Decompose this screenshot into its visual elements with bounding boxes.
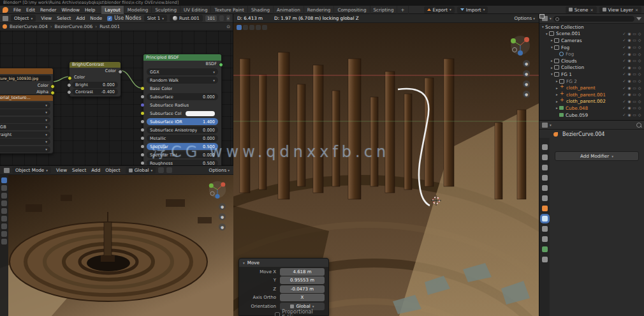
color-output-socket[interactable]: Color [70, 68, 121, 74]
properties-tab[interactable] [542, 195, 548, 201]
menu-item[interactable]: File [11, 7, 24, 13]
selectable-checkbox-icon[interactable]: ✓ [622, 66, 627, 70]
fake-user-shield-icon[interactable] [219, 15, 223, 21]
viewport-disable-icon[interactable]: ▭ [632, 72, 637, 76]
render-disable-icon[interactable]: ◇ [637, 86, 642, 90]
outliner-row[interactable]: ▾ FG 1 ✓◉▭◇ [539, 71, 644, 78]
select-lasso-icon[interactable] [256, 25, 261, 30]
camera-view-icon[interactable]: ● [219, 223, 226, 230]
breadcrumb-item[interactable]: BezierCurve.006 [48, 24, 93, 29]
hide-eye-icon[interactable]: ◉ [627, 66, 632, 70]
navigation-gizmo[interactable] [509, 34, 531, 56]
object-name[interactable]: cloth_parent.001 [566, 92, 622, 98]
object-name[interactable]: FG 2 [566, 79, 622, 84]
object-name[interactable]: Cube.048 [566, 105, 622, 111]
render-disable-icon[interactable]: ◇ [637, 113, 642, 117]
properties-tab[interactable] [542, 144, 548, 150]
selectable-checkbox-icon[interactable]: ✓ [622, 106, 627, 110]
material-selector[interactable]: Rust.001 [170, 15, 203, 22]
workspace-tab[interactable]: + [397, 6, 408, 14]
viewport-menu-item[interactable]: Add [89, 167, 103, 173]
add-cube-tool-icon[interactable] [1, 239, 7, 245]
select-circle-icon[interactable] [249, 25, 254, 30]
value-field[interactable]: X [280, 294, 325, 301]
disclosure-arrow-icon[interactable]: ▸ [555, 86, 559, 90]
selectable-checkbox-icon[interactable]: ✓ [622, 59, 627, 63]
outliner-row[interactable]: ▸ Cube.048 ✓◉▭◇ [539, 105, 644, 112]
viewport-disable-icon[interactable]: ▭ [632, 79, 637, 83]
object-name[interactable]: Cube.059 [566, 112, 622, 118]
node-dropdown[interactable]: ▾ [0, 102, 50, 109]
object-name[interactable]: Cameras [561, 38, 622, 43]
node-number-field[interactable]: Bright0.000 [72, 82, 118, 88]
workspace-tab[interactable]: Rendering [304, 6, 335, 14]
properties-tab[interactable] [542, 226, 548, 232]
hide-eye-icon[interactable]: ◉ [627, 38, 632, 42]
node-dropdown[interactable]: ▾ [0, 146, 50, 153]
node-property-row[interactable]: Base Color▾ [147, 85, 218, 92]
camera-view-icon[interactable]: ● [523, 80, 530, 87]
object-name[interactable]: FG 1 [561, 71, 622, 77]
unlink-material-icon[interactable]: ✕ [226, 15, 230, 21]
snap-magnet-icon[interactable] [158, 167, 164, 173]
texture-settings-node[interactable]: material_texture... ▾▾▾sRGB▾Straight▾▾▾ [0, 94, 54, 154]
value-field[interactable]: -0.0473 m [280, 285, 325, 293]
object-name[interactable]: cloth_parent [566, 85, 622, 91]
properties-tab[interactable] [542, 175, 548, 181]
viewport-disable-icon[interactable]: ▭ [632, 66, 637, 70]
render-disable-icon[interactable]: ◇ [637, 106, 642, 110]
object-name[interactable]: Scene Collection [545, 24, 622, 30]
selectable-checkbox-icon[interactable]: ✓ [622, 52, 627, 56]
node-property-row[interactable]: Roughness0.500▾ [147, 160, 218, 165]
use-nodes-checkbox[interactable]: ✓Use Nodes [107, 15, 142, 21]
properties-tab[interactable] [542, 246, 548, 252]
node-title[interactable]: material_texture... [0, 95, 53, 101]
proportional-edit-icon[interactable] [166, 167, 172, 173]
bsdf-output-socket[interactable]: BSDF [143, 61, 221, 67]
shader-mode-dropdown[interactable]: Object▾ [11, 15, 36, 22]
zoom-icon[interactable]: ● [219, 203, 226, 210]
move-tool-icon[interactable] [1, 193, 7, 199]
selectable-checkbox-icon[interactable]: ✓ [622, 100, 627, 103]
outliner-row[interactable]: Cube.059 ✓◉▭◇ [539, 112, 644, 119]
material-users-count[interactable]: 101 [205, 15, 217, 22]
viewport-disable-icon[interactable]: ▭ [632, 113, 637, 117]
outliner-row[interactable]: ▾ Scene Collection ✓◉▭◇ [539, 24, 644, 31]
properties-tab[interactable] [542, 185, 548, 191]
selectable-checkbox-icon[interactable]: ✓ [622, 113, 627, 117]
outliner-row[interactable]: ▸ cloth_parent.001 ✓◉▭◇ [539, 91, 644, 98]
workspace-tab[interactable]: Modeling [124, 6, 152, 14]
workspace-tab[interactable]: Compositing [334, 6, 370, 14]
filter-icon[interactable] [636, 17, 641, 20]
node-property-row[interactable]: Metallic0.000▾ [147, 135, 218, 142]
workspace-tab[interactable]: Texture Paint [211, 6, 247, 14]
viewport-disable-icon[interactable]: ▭ [632, 100, 637, 103]
chevron-down-icon[interactable]: ▾ [550, 123, 552, 127]
export-button[interactable]: Export▾ [424, 6, 455, 13]
close-icon[interactable]: ✕ [635, 8, 638, 12]
viewport-disable-icon[interactable]: ▭ [632, 93, 637, 96]
rotate-tool-icon[interactable] [1, 200, 7, 206]
tweak-tool-icon[interactable] [237, 25, 242, 30]
collapse-arrow-icon[interactable]: ▾ [243, 261, 245, 265]
render-disable-icon[interactable]: ◇ [637, 93, 642, 96]
ortho-toggle-icon[interactable]: ● [523, 91, 530, 98]
mode-dropdown[interactable]: Object Mode▾ [12, 167, 51, 174]
object-name[interactable]: Clouds [561, 58, 622, 64]
pan-hand-icon[interactable]: ● [523, 70, 530, 77]
proportional-editing-checkbox[interactable]: Proportional Editing [275, 309, 325, 316]
outliner-row[interactable]: ▸ Cameras ✓◉▭◇ [539, 37, 644, 44]
outliner-row[interactable]: ▾ Scene.001 ✓◉▭◇ [539, 31, 644, 38]
close-icon[interactable]: ✕ [590, 8, 594, 12]
outliner-row[interactable]: ▸ cloth_parent.002 ✓◉▭◇ [539, 98, 644, 105]
selectable-checkbox-icon[interactable]: ✓ [622, 32, 627, 36]
node-property-row[interactable]: Subsurface Anisotropy0.000▾ [147, 126, 218, 133]
pan-hand-icon[interactable]: ● [219, 213, 226, 220]
menu-item[interactable]: Render [38, 7, 59, 13]
node-graph-canvas[interactable]: texture_big_100930.jpg ColorAlpha materi… [0, 31, 233, 165]
shading-mode-icon[interactable] [262, 25, 267, 30]
editor-type-icon[interactable] [3, 16, 8, 21]
workspace-tab[interactable]: Animation [274, 6, 304, 14]
viewport-disable-icon[interactable]: ▭ [632, 45, 637, 49]
node-property-row[interactable]: Random Walk▾ [147, 77, 218, 84]
